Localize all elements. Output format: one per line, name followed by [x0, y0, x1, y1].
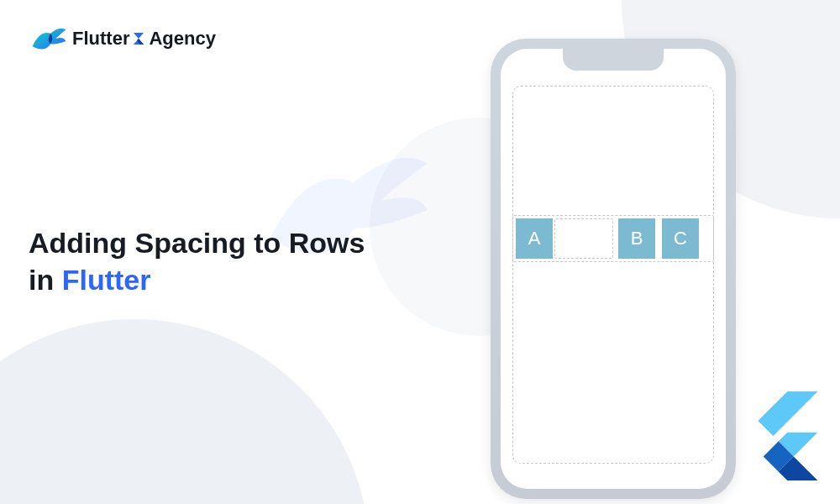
- row-cell-c: C: [662, 218, 699, 259]
- headline-line2-prefix: in: [29, 264, 62, 296]
- brand-divider-icon: [131, 31, 146, 46]
- phone-screen: A B C: [501, 49, 726, 489]
- phone-notch: [563, 49, 664, 71]
- brand-logo: Flutter Agency: [29, 22, 216, 55]
- brand-word-part1: Flutter: [72, 28, 129, 50]
- promo-graphic: Flutter Agency Adding Spacing to Rows in…: [0, 0, 840, 504]
- row-cell-a: A: [516, 218, 553, 259]
- background-blob-bottom-left: [0, 319, 370, 504]
- brand-wordmark: Flutter Agency: [72, 28, 216, 50]
- phone-mockup: A B C: [491, 39, 736, 499]
- row-example: A B C: [512, 215, 714, 262]
- headline-line1: Adding Spacing to Rows: [29, 227, 365, 259]
- dashed-container: [512, 86, 714, 464]
- hummingbird-icon: [29, 22, 67, 55]
- brand-word-part2: Agency: [149, 28, 215, 50]
- row-spacer: [554, 218, 613, 259]
- headline-line2-accent: Flutter: [62, 264, 151, 296]
- row-gap: [655, 218, 662, 259]
- headline: Adding Spacing to Rows in Flutter: [29, 225, 415, 298]
- flutter-logo-icon: [746, 391, 818, 480]
- row-cell-b: B: [618, 218, 655, 259]
